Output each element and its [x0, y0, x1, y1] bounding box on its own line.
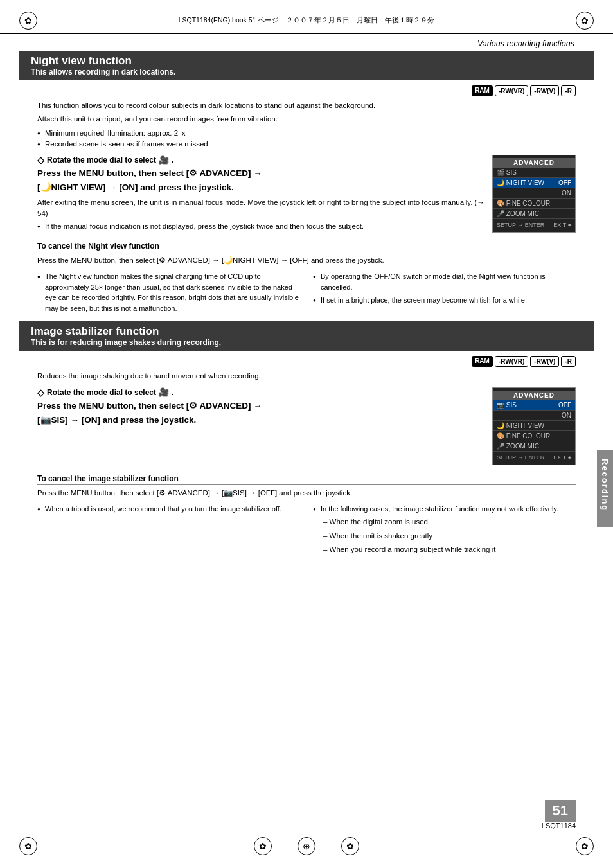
night-view-cancel-heading: To cancel the Night view function: [37, 242, 576, 252]
bottom-right-corner-mark: ✿: [576, 837, 594, 855]
moon-icon: 🌙: [40, 182, 51, 192]
cancel2-gear-icon: ⚙: [159, 489, 166, 497]
bottom-center-mark: ⊕: [298, 837, 315, 855]
image-stabilizer-content: RAM -RW(VR) -RW(V) -R Reduces the image …: [0, 353, 613, 558]
night-view-note-right2: If set in a bright place, the screen may…: [313, 295, 576, 306]
image-stabilizer-badges: RAM -RW(VR) -RW(V) -R: [37, 353, 576, 368]
top-right-corner-mark: ✿: [576, 12, 594, 30]
recording-tab-label: Recording: [600, 459, 610, 511]
menu2-nightview-label: 🌙 NIGHT VIEW: [497, 422, 544, 429]
image-stabilizer-note-right2: – When the digital zoom is used: [313, 517, 576, 527]
night-view-note-right: By operating the OFF/ON switch or mode d…: [313, 271, 576, 314]
night-view-instructions-block: ADVANCED 🎬 SIS 🌙 NIGHT VIEW OFF ON: [37, 155, 576, 236]
menu2-row-sis: 📷 SIS OFF: [493, 400, 575, 411]
badge-r: -R: [561, 85, 576, 96]
image-stabilizer-note-right-heading: In the following cases, the image stabil…: [313, 504, 576, 515]
cancel-moon-icon: 🌙: [224, 256, 233, 264]
menu2-row-sis-on: ON: [493, 411, 575, 421]
image-stabilizer-note-left: When a tripod is used, we recommend that…: [37, 504, 300, 558]
night-view-note-left: The Night view function makes the signal…: [37, 271, 300, 314]
menu2-sis-off: OFF: [558, 402, 571, 409]
image-stabilizer-cancel-text: Press the MENU button, then select [⚙ AD…: [37, 488, 576, 499]
image-stabilizer-notes: When a tripod is used, we recommend that…: [37, 504, 576, 558]
diamond-icon: ◇: [37, 155, 44, 165]
night-view-note-left-text: The Night view function makes the signal…: [37, 271, 300, 314]
badge2-rwvr: -RW(VR): [495, 356, 528, 367]
gear2-icon: ⚙: [189, 401, 197, 411]
night-view-section: Night view function This allows recordin…: [0, 51, 613, 314]
period2: .: [172, 388, 173, 397]
cancel2-sis-icon: 📷: [224, 489, 233, 497]
gear-icon: ⚙: [189, 168, 197, 178]
menu1-row-sis: 🎬 SIS: [493, 168, 575, 178]
diamond2-icon: ◇: [37, 387, 44, 398]
night-view-note-right1: By operating the OFF/ON switch or mode d…: [313, 271, 576, 292]
image-stabilizer-note-right4: – When you record a moving subject while…: [313, 544, 576, 555]
menu1-zoommicv-label: 🎤 ZOOM MIC: [497, 210, 539, 217]
night-view-content: RAM -RW(VR) -RW(V) -R This function allo…: [0, 83, 613, 314]
menu2-header: ADVANCED: [493, 391, 575, 400]
bottom-center: ✿ ⊕ ✿: [254, 837, 359, 855]
bottom-left-corner-mark: ✿: [19, 837, 37, 855]
night-view-badges: RAM -RW(VR) -RW(V) -R: [37, 83, 576, 98]
night-view-title-bar: Night view function This allows recordin…: [19, 51, 594, 80]
image-stabilizer-note-right3: – When the unit is shaken greatly: [313, 531, 576, 542]
image-stabilizer-note-left-text: When a tripod is used, we recommend that…: [37, 504, 300, 515]
badge2-ram: RAM: [472, 356, 493, 367]
menu2-zoommicv-label: 🎤 ZOOM MIC: [497, 443, 539, 450]
image-stabilizer-instructions-block: ADVANCED 📷 SIS OFF ON 🌙 NIGHT VIEW: [37, 387, 576, 469]
page-number: 51: [545, 800, 576, 822]
badge-rwv: -RW(V): [530, 85, 559, 96]
badge-ram: RAM: [472, 85, 493, 96]
menu2-finecolour-label: 🎨 FINE COLOUR: [497, 432, 550, 439]
night-view-after-bullet1: If the manual focus indication is not di…: [37, 221, 576, 232]
menu1-nightview-off: OFF: [558, 179, 571, 186]
mode-dial-icon: 🎥: [159, 155, 169, 165]
image-stabilizer-note-right: In the following cases, the image stabil…: [313, 504, 576, 558]
menu2-footer-left: SETUP → ENTER: [497, 454, 544, 461]
image-stabilizer-menu-screenshot: ADVANCED 📷 SIS OFF ON 🌙 NIGHT VIEW: [492, 387, 576, 465]
menu1-sis-label: 🎬 SIS: [497, 169, 517, 176]
top-bar: ✿ LSQT1184(ENG).book 51 ページ ２００７年２月５日 月曜…: [0, 0, 613, 34]
night-view-bullet1: Minimum required illumination: approx. 2…: [37, 128, 576, 139]
menu2-row-nightview: 🌙 NIGHT VIEW: [493, 421, 575, 431]
image-stabilizer-main-title: Image stabilizer function: [31, 325, 582, 338]
menu2-row-zoommicv: 🎤 ZOOM MIC: [493, 441, 575, 452]
image-stabilizer-sub-title: This is for reducing image shakes during…: [31, 338, 582, 347]
badge2-r: -R: [561, 356, 576, 367]
bottom-bar: ✿ ✿ ⊕ ✿ ✿: [0, 837, 613, 855]
header-file-text: LSQT1184(ENG).book 51 ページ ２００７年２月５日 月曜日 …: [37, 16, 576, 25]
menu1-nightview-label: 🌙 NIGHT VIEW: [497, 179, 544, 186]
menu1-row-nightview-on: ON: [493, 188, 575, 199]
image-stabilizer-diamond-heading: ◇ Rotate the mode dial to select 🎥 .: [37, 387, 486, 398]
recording-tab: Recording: [597, 450, 613, 527]
image-stabilizer-title-bar: Image stabilizer function This is for re…: [19, 321, 594, 351]
night-view-notes: The Night view function makes the signal…: [37, 271, 576, 314]
menu1-row-finecolour: 🎨 FINE COLOUR: [493, 199, 575, 209]
night-view-diamond-heading: ◇ Rotate the mode dial to select 🎥 .: [37, 155, 486, 165]
page-number-area: 51 LSQT1184: [542, 800, 576, 829]
menu2-sis-label: 📷 SIS: [497, 402, 517, 409]
night-view-intro2: Attach this unit to a tripod, and you ca…: [37, 114, 576, 125]
menu2-footer: SETUP → ENTER EXIT ●: [493, 453, 575, 462]
menu1-on-value: ON: [562, 190, 571, 197]
night-view-bullet2: Recorded scene is seen as if frames were…: [37, 139, 576, 150]
menu1-finecolour-label: 🎨 FINE COLOUR: [497, 200, 550, 207]
cancel-gear-icon: ⚙: [159, 256, 166, 264]
menu2-footer-right: EXIT ●: [553, 454, 571, 461]
menu1-header: ADVANCED: [493, 158, 575, 168]
mode-dial2-icon: 🎥: [159, 387, 169, 397]
menu1-row-nightview: 🌙 NIGHT VIEW OFF: [493, 178, 575, 188]
menu2-row-finecolour: 🎨 FINE COLOUR: [493, 431, 575, 441]
top-left-corner-mark: ✿: [19, 12, 37, 30]
badge-rwvr: -RW(VR): [495, 85, 528, 96]
night-view-rotate-text: Rotate the mode dial to select: [47, 155, 156, 164]
image-stabilizer-rotate-text: Rotate the mode dial to select: [47, 388, 156, 397]
image-stabilizer-cancel-heading: To cancel the image stabilizer function: [37, 474, 576, 485]
image-stabilizer-intro: Reduces the image shaking due to hand mo…: [37, 371, 576, 382]
menu1-row-zoommicv: 🎤 ZOOM MIC: [493, 209, 575, 219]
night-view-sub-title: This allows recording in dark locations.: [31, 67, 582, 76]
sis-icon: 📷: [40, 415, 51, 425]
page-header-right: Various recording functions: [0, 34, 613, 51]
night-view-main-title: Night view function: [31, 55, 582, 67]
